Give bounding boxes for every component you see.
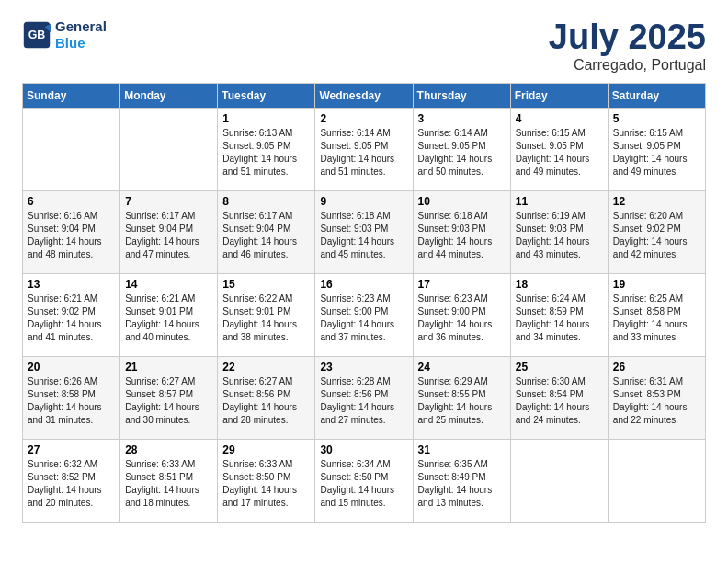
day-number: 6 (28, 195, 116, 208)
weekday-header: Saturday (608, 83, 705, 108)
calendar-cell: 23 Sunrise: 6:28 AMSunset: 8:56 PMDaylig… (315, 356, 413, 439)
day-number: 5 (613, 112, 701, 125)
day-number: 14 (125, 278, 213, 291)
day-number: 7 (125, 195, 213, 208)
day-number: 29 (222, 443, 311, 456)
day-number: 24 (418, 361, 506, 373)
day-info: Sunrise: 6:14 AMSunset: 9:05 PMDaylight:… (320, 127, 408, 178)
day-info: Sunrise: 6:30 AMSunset: 8:54 PMDaylight:… (516, 375, 604, 427)
calendar-cell: 10 Sunrise: 6:18 AMSunset: 9:03 PMDaylig… (413, 190, 510, 273)
calendar-cell: 3 Sunrise: 6:14 AMSunset: 9:05 PMDayligh… (413, 108, 510, 190)
logo: GB General Blue (22, 18, 107, 52)
day-info: Sunrise: 6:32 AMSunset: 8:52 PMDaylight:… (28, 458, 116, 510)
calendar-cell: 31 Sunrise: 6:35 AMSunset: 8:49 PMDaylig… (413, 439, 510, 522)
day-info: Sunrise: 6:18 AMSunset: 9:03 PMDaylight:… (418, 210, 506, 261)
day-info: Sunrise: 6:21 AMSunset: 9:01 PMDaylight:… (125, 293, 213, 344)
calendar-cell (510, 439, 608, 522)
day-info: Sunrise: 6:33 AMSunset: 8:51 PMDaylight:… (125, 458, 213, 510)
day-number: 21 (125, 361, 213, 373)
day-info: Sunrise: 6:26 AMSunset: 8:58 PMDaylight:… (28, 375, 116, 427)
day-info: Sunrise: 6:29 AMSunset: 8:55 PMDaylight:… (418, 375, 506, 427)
day-info: Sunrise: 6:23 AMSunset: 9:00 PMDaylight:… (320, 293, 408, 344)
day-info: Sunrise: 6:28 AMSunset: 8:56 PMDaylight:… (320, 375, 408, 427)
calendar-cell: 2 Sunrise: 6:14 AMSunset: 9:05 PMDayligh… (315, 108, 413, 190)
page-header: GB General Blue July 2025 Carregado, Por… (22, 18, 706, 74)
weekday-header: Friday (510, 83, 608, 108)
calendar-cell: 30 Sunrise: 6:34 AMSunset: 8:50 PMDaylig… (315, 439, 413, 522)
weekday-header: Sunday (23, 83, 120, 108)
day-number: 13 (28, 278, 116, 291)
calendar-cell: 1 Sunrise: 6:13 AMSunset: 9:05 PMDayligh… (218, 108, 315, 190)
day-number: 8 (222, 195, 311, 208)
day-number: 23 (320, 361, 408, 373)
day-number: 20 (28, 361, 116, 373)
calendar-cell: 25 Sunrise: 6:30 AMSunset: 8:54 PMDaylig… (510, 356, 608, 439)
day-info: Sunrise: 6:20 AMSunset: 9:02 PMDaylight:… (613, 210, 701, 261)
day-number: 1 (222, 112, 311, 125)
day-info: Sunrise: 6:24 AMSunset: 8:59 PMDaylight:… (516, 293, 604, 344)
calendar-cell: 11 Sunrise: 6:19 AMSunset: 9:03 PMDaylig… (510, 190, 608, 273)
day-number: 12 (613, 195, 701, 208)
calendar-cell: 8 Sunrise: 6:17 AMSunset: 9:04 PMDayligh… (218, 190, 315, 273)
day-number: 9 (320, 195, 408, 208)
weekday-header: Wednesday (315, 83, 413, 108)
day-number: 27 (28, 443, 116, 456)
calendar-cell: 28 Sunrise: 6:33 AMSunset: 8:51 PMDaylig… (120, 439, 218, 522)
weekday-row: SundayMondayTuesdayWednesdayThursdayFrid… (23, 83, 706, 108)
day-info: Sunrise: 6:15 AMSunset: 9:05 PMDaylight:… (613, 127, 701, 178)
day-info: Sunrise: 6:35 AMSunset: 8:49 PMDaylight:… (418, 458, 506, 510)
day-number: 25 (516, 361, 604, 373)
day-info: Sunrise: 6:21 AMSunset: 9:02 PMDaylight:… (28, 293, 116, 344)
day-info: Sunrise: 6:13 AMSunset: 9:05 PMDaylight:… (222, 127, 311, 178)
day-info: Sunrise: 6:17 AMSunset: 9:04 PMDaylight:… (222, 210, 311, 261)
day-info: Sunrise: 6:27 AMSunset: 8:57 PMDaylight:… (125, 375, 213, 427)
calendar-cell: 9 Sunrise: 6:18 AMSunset: 9:03 PMDayligh… (315, 190, 413, 273)
calendar-week-row: 20 Sunrise: 6:26 AMSunset: 8:58 PMDaylig… (23, 356, 706, 439)
calendar-table: SundayMondayTuesdayWednesdayThursdayFrid… (22, 83, 706, 523)
calendar-cell (23, 108, 120, 190)
day-number: 15 (222, 278, 311, 291)
calendar-week-row: 1 Sunrise: 6:13 AMSunset: 9:05 PMDayligh… (23, 108, 706, 190)
day-info: Sunrise: 6:19 AMSunset: 9:03 PMDaylight:… (516, 210, 604, 261)
weekday-header: Tuesday (218, 83, 315, 108)
calendar-cell: 17 Sunrise: 6:23 AMSunset: 9:00 PMDaylig… (413, 273, 510, 356)
day-info: Sunrise: 6:16 AMSunset: 9:04 PMDaylight:… (28, 210, 116, 261)
svg-text:GB: GB (28, 29, 46, 41)
calendar-cell: 7 Sunrise: 6:17 AMSunset: 9:04 PMDayligh… (120, 190, 218, 273)
day-number: 4 (516, 112, 604, 125)
day-number: 17 (418, 278, 506, 291)
calendar-cell: 16 Sunrise: 6:23 AMSunset: 9:00 PMDaylig… (315, 273, 413, 356)
day-info: Sunrise: 6:27 AMSunset: 8:56 PMDaylight:… (222, 375, 311, 427)
logo-text-blue: Blue (55, 35, 107, 52)
calendar-week-row: 6 Sunrise: 6:16 AMSunset: 9:04 PMDayligh… (23, 190, 706, 273)
day-info: Sunrise: 6:31 AMSunset: 8:53 PMDaylight:… (613, 375, 701, 427)
day-number: 22 (222, 361, 311, 373)
calendar-cell: 20 Sunrise: 6:26 AMSunset: 8:58 PMDaylig… (23, 356, 120, 439)
day-number: 28 (125, 443, 213, 456)
calendar-cell: 24 Sunrise: 6:29 AMSunset: 8:55 PMDaylig… (413, 356, 510, 439)
day-info: Sunrise: 6:14 AMSunset: 9:05 PMDaylight:… (418, 127, 506, 178)
day-info: Sunrise: 6:33 AMSunset: 8:50 PMDaylight:… (222, 458, 311, 510)
calendar-cell (120, 108, 218, 190)
calendar-cell: 27 Sunrise: 6:32 AMSunset: 8:52 PMDaylig… (23, 439, 120, 522)
calendar-cell: 19 Sunrise: 6:25 AMSunset: 8:58 PMDaylig… (608, 273, 705, 356)
weekday-header: Thursday (413, 83, 510, 108)
calendar-body: 1 Sunrise: 6:13 AMSunset: 9:05 PMDayligh… (23, 108, 706, 522)
day-number: 10 (418, 195, 506, 208)
calendar-header: SundayMondayTuesdayWednesdayThursdayFrid… (23, 83, 706, 108)
calendar-week-row: 13 Sunrise: 6:21 AMSunset: 9:02 PMDaylig… (23, 273, 706, 356)
day-info: Sunrise: 6:22 AMSunset: 9:01 PMDaylight:… (222, 293, 311, 344)
day-info: Sunrise: 6:17 AMSunset: 9:04 PMDaylight:… (125, 210, 213, 261)
day-number: 3 (418, 112, 506, 125)
day-number: 26 (613, 361, 701, 373)
weekday-header: Monday (120, 83, 218, 108)
calendar-cell: 12 Sunrise: 6:20 AMSunset: 9:02 PMDaylig… (608, 190, 705, 273)
calendar-cell: 15 Sunrise: 6:22 AMSunset: 9:01 PMDaylig… (218, 273, 315, 356)
calendar-cell: 14 Sunrise: 6:21 AMSunset: 9:01 PMDaylig… (120, 273, 218, 356)
day-number: 30 (320, 443, 408, 456)
day-number: 19 (613, 278, 701, 291)
title-block: July 2025 Carregado, Portugal (549, 18, 706, 74)
calendar-cell: 29 Sunrise: 6:33 AMSunset: 8:50 PMDaylig… (218, 439, 315, 522)
calendar-cell: 22 Sunrise: 6:27 AMSunset: 8:56 PMDaylig… (218, 356, 315, 439)
calendar-cell: 6 Sunrise: 6:16 AMSunset: 9:04 PMDayligh… (23, 190, 120, 273)
